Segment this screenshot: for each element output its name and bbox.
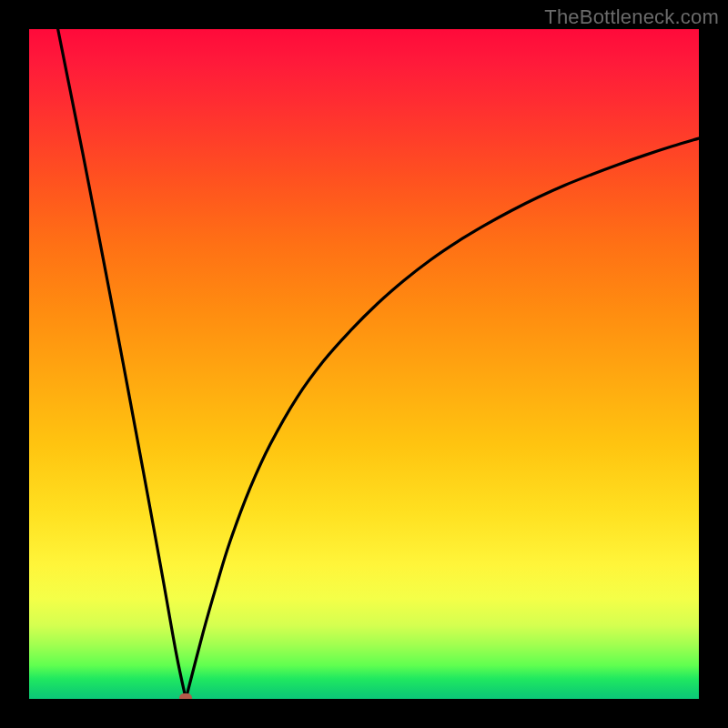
watermark-text: TheBottleneck.com bbox=[544, 5, 719, 29]
minimum-marker bbox=[179, 693, 192, 699]
chart-frame: TheBottleneck.com bbox=[0, 0, 728, 728]
bottleneck-curve bbox=[29, 29, 699, 699]
plot-area bbox=[29, 29, 699, 699]
